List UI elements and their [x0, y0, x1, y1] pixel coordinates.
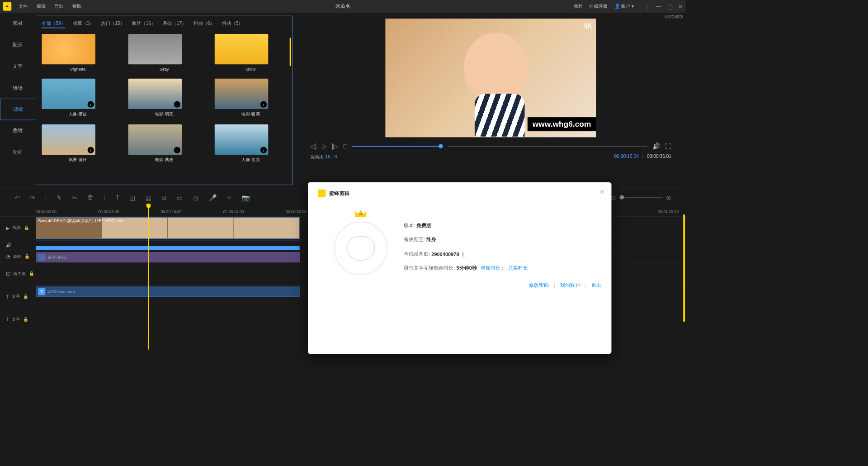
account-menu[interactable]: 👤 账户 ▾: [614, 3, 634, 10]
prev-frame-icon[interactable]: ◁|: [310, 142, 317, 150]
cut-icon[interactable]: ✂: [72, 194, 77, 201]
filter-thumb: ↓: [42, 79, 95, 109]
filter-tab-4[interactable]: 基础（17）: [163, 20, 187, 28]
mosaic-icon[interactable]: ▦: [146, 194, 151, 201]
copy-icon[interactable]: ⎘: [462, 251, 465, 257]
pip-track-icon: ◱: [6, 271, 10, 276]
filter-item-5[interactable]: ↓电影-暖调: [215, 79, 287, 117]
modal-close-icon[interactable]: ✕: [599, 188, 605, 196]
fullscreen-icon[interactable]: ⛶: [665, 143, 671, 150]
current-time: 00:00:15.04: [614, 154, 639, 159]
filter-item-3[interactable]: ↓人像-磨皮: [42, 79, 114, 117]
filter-item-8[interactable]: ↓人像-提亮: [215, 124, 287, 163]
filter-item-2[interactable]: Glow: [215, 34, 287, 71]
filter-tab-3[interactable]: 胶片（16）: [132, 20, 156, 28]
link-tutorial[interactable]: 教程: [574, 3, 583, 10]
add-time-link[interactable]: 增加时长: [481, 265, 500, 271]
filter-thumb: ↓: [215, 79, 269, 109]
camera-icon[interactable]: 📷: [242, 194, 250, 201]
sidebar-item-4[interactable]: 滤镜: [0, 99, 36, 120]
filter-clip[interactable]: 风景-夏日: [36, 252, 300, 262]
lock-icon[interactable]: 🔓: [29, 271, 34, 276]
next-frame-icon[interactable]: |▷: [332, 142, 339, 150]
menu-help[interactable]: 帮助: [72, 3, 82, 10]
zoom-out-icon[interactable]: ⊖: [611, 194, 616, 201]
edit-icon[interactable]: ✎: [57, 194, 62, 201]
download-icon[interactable]: ↓: [260, 147, 267, 153]
text-clip[interactable]: T 423Down.com: [36, 287, 300, 297]
logout-link[interactable]: 退出: [591, 282, 601, 288]
sidebar-item-1[interactable]: 配乐: [0, 34, 36, 56]
main-menu: 文件 编辑 导出 帮助: [19, 3, 81, 10]
progress-remaining[interactable]: [448, 146, 647, 147]
menu-export[interactable]: 导出: [54, 3, 64, 10]
filter-item-6[interactable]: ↓风景-夏日: [42, 124, 114, 163]
download-icon[interactable]: ↓: [88, 101, 94, 108]
preview-area: 4K www.whg6.com ◁| ▷ |▷ □ 🔊 ⛶ 宽高比 16 : 9…: [296, 13, 686, 188]
lock-icon[interactable]: 🔓: [23, 317, 28, 322]
audio-waveform[interactable]: [36, 240, 300, 250]
undo-icon[interactable]: ↶: [14, 194, 20, 201]
settings-icon[interactable]: ⋮: [644, 3, 650, 10]
filter-tab-2[interactable]: 热门（15）: [101, 20, 125, 28]
stop-icon[interactable]: □: [343, 143, 347, 150]
panel-scrollbar[interactable]: [290, 38, 291, 66]
crop-icon[interactable]: ◱: [129, 194, 135, 201]
menu-edit[interactable]: 编辑: [37, 3, 46, 10]
video-clip[interactable]: Sony.4K.DEMO.[索尼4K演示片].12Bit.HEVC.mkv: [36, 217, 300, 238]
sidebar-item-6[interactable]: 动画: [0, 142, 36, 163]
filter-item-4[interactable]: ↓电影-明亮: [128, 79, 201, 117]
exchange-time-link[interactable]: 兑换时长: [508, 265, 528, 271]
zoom-knob[interactable]: [620, 195, 624, 199]
filter-grid: VignetteGrayGlow↓人像-磨皮↓电影-明亮↓电影-暖调↓风景-夏日…: [42, 34, 287, 163]
grid-icon[interactable]: ⊞: [161, 194, 167, 201]
text-tool-icon[interactable]: T: [115, 194, 119, 201]
lock-icon[interactable]: 🔓: [24, 225, 29, 230]
minimize-icon[interactable]: —: [656, 3, 661, 10]
zoom-slider[interactable]: [620, 197, 663, 198]
sidebar-item-5[interactable]: 叠附: [0, 120, 36, 141]
screenshot-icon[interactable]: ▭: [177, 194, 183, 201]
lock-icon[interactable]: 🔓: [23, 294, 28, 299]
maximize-icon[interactable]: ▢: [667, 3, 673, 10]
ai-icon[interactable]: ✧: [226, 194, 232, 201]
progress-played[interactable]: [352, 146, 443, 147]
time-tick: 00:00:00.00: [36, 209, 98, 214]
filter-item-0[interactable]: Vignette: [42, 34, 114, 71]
timer-icon[interactable]: ◷: [193, 194, 199, 201]
my-account-link[interactable]: 我的账户: [560, 282, 580, 288]
menu-file[interactable]: 文件: [19, 3, 28, 10]
playhead[interactable]: [148, 207, 149, 350]
filter-clip-name: 风景-夏日: [47, 254, 66, 260]
video-track-icon: ▶: [6, 225, 10, 231]
filter-item-7[interactable]: ↓电影-典雅: [128, 124, 201, 163]
link-support[interactable]: 在线客服: [589, 3, 608, 10]
filter-tab-1[interactable]: 收藏（0）: [73, 20, 94, 28]
download-icon[interactable]: ↓: [174, 101, 180, 108]
filter-tab-6[interactable]: 抖动（5）: [222, 20, 243, 28]
mute-icon[interactable]: 🔊: [6, 243, 11, 247]
timeline-scrollbar[interactable]: [683, 214, 685, 322]
filter-tab-5[interactable]: 扭曲（6）: [193, 20, 215, 28]
sidebar-item-3[interactable]: 转场: [0, 77, 36, 99]
filter-item-1[interactable]: Gray: [128, 34, 201, 71]
download-icon[interactable]: ↓: [88, 147, 94, 153]
play-icon[interactable]: ▷: [322, 142, 327, 150]
sidebar-item-2[interactable]: 文字: [0, 56, 36, 77]
change-password-link[interactable]: 修改密码: [529, 282, 549, 288]
delete-icon[interactable]: 🗑: [87, 194, 94, 201]
aspect-value[interactable]: 16 : 9: [325, 154, 337, 159]
progress-knob[interactable]: [439, 144, 443, 148]
download-icon[interactable]: ↓: [260, 101, 267, 108]
filter-tab-0[interactable]: 全部（59）: [42, 20, 66, 28]
mic-icon[interactable]: 🎤: [209, 194, 217, 201]
sidebar-item-0[interactable]: 素材: [0, 13, 36, 34]
download-icon[interactable]: ↓: [174, 147, 180, 153]
close-icon[interactable]: ✕: [678, 3, 683, 10]
video-preview[interactable]: 4K www.whg6.com: [385, 19, 596, 137]
filter-name: Glow: [215, 67, 287, 71]
redo-icon[interactable]: ↷: [30, 194, 35, 201]
zoom-in-icon[interactable]: ⊕: [666, 194, 671, 201]
volume-icon[interactable]: 🔊: [652, 142, 660, 150]
lock-icon[interactable]: 🔓: [24, 254, 30, 259]
